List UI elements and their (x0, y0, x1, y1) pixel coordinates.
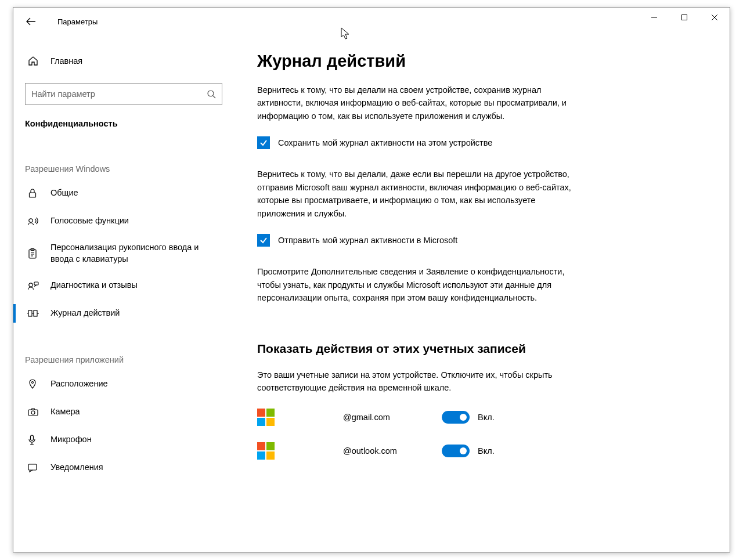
sidebar-item-label: Диагностика и отзывы (51, 280, 138, 291)
minimize-button[interactable] (639, 8, 669, 27)
sidebar-item-activity-history[interactable]: Журнал действий (13, 299, 234, 327)
settings-window: Параметры Главная (13, 7, 730, 552)
svg-point-1 (208, 91, 214, 96)
home-icon (27, 55, 40, 67)
checkbox-label: Отправить мой журнал активности в Micros… (278, 236, 457, 245)
account-toggle-wrap: Вкл. (442, 411, 495, 424)
sidebar-item-inking-typing[interactable]: Персонализация рукописного ввода и ввода… (13, 235, 234, 272)
sidebar-item-label: Расположение (51, 378, 108, 390)
body: Главная Найти параметр Конфиденциальност… (13, 35, 730, 552)
clipboard-icon (27, 248, 40, 259)
arrow-left-icon (26, 16, 36, 27)
svg-point-12 (31, 411, 35, 414)
close-icon (711, 14, 718, 21)
search-container: Найти параметр (25, 83, 222, 105)
sidebar-group-windows-permissions: Разрешения Windows (13, 136, 234, 179)
svg-rect-14 (28, 464, 37, 470)
description-3: Просмотрите Дополнительные сведения и За… (257, 265, 582, 304)
account-toggle[interactable] (442, 411, 470, 424)
svg-rect-8 (28, 310, 32, 316)
account-email: @gmail.com (343, 413, 442, 422)
checkbox-label: Сохранить мой журнал активности на этом … (278, 138, 492, 147)
svg-rect-9 (34, 310, 37, 316)
sidebar-item-label: Микрофон (51, 434, 92, 446)
sidebar-item-label: Журнал действий (51, 308, 120, 319)
sidebar-item-label: Персонализация рукописного ввода и ввода… (51, 242, 222, 265)
maximize-button[interactable] (669, 8, 699, 27)
location-icon (27, 378, 40, 390)
window-title: Параметры (57, 17, 98, 26)
svg-rect-0 (682, 15, 687, 20)
toggle-state-label: Вкл. (478, 446, 495, 456)
accounts-description: Это ваши учетные записи на этом устройст… (257, 368, 582, 395)
sidebar-item-label: Общие (51, 187, 78, 199)
back-button[interactable] (24, 15, 38, 28)
page-title: Журнал действий (257, 52, 706, 71)
sidebar-item-label: Голосовые функции (51, 215, 129, 227)
sidebar-item-speech[interactable]: Голосовые функции (13, 207, 234, 235)
microphone-icon (27, 434, 40, 446)
sidebar-item-general[interactable]: Общие (13, 179, 234, 207)
sidebar-home-label: Главная (51, 56, 82, 66)
microsoft-logo-icon (257, 409, 275, 426)
sidebar-category: Конфиденциальность (13, 115, 234, 136)
checkbox-send-to-microsoft[interactable]: Отправить мой журнал активности в Micros… (257, 234, 706, 247)
feedback-icon (27, 280, 40, 291)
notifications-icon (27, 463, 40, 473)
search-icon (207, 89, 216, 99)
speech-icon (27, 216, 40, 226)
lock-icon (27, 188, 40, 198)
account-row: @outlook.com Вкл. (257, 442, 706, 460)
sidebar-home[interactable]: Главная (13, 47, 234, 75)
window-controls (639, 8, 730, 27)
sidebar-group-app-permissions: Разрешения приложений (13, 327, 234, 370)
content-area: Журнал действий Вернитесь к тому, что вы… (234, 35, 730, 552)
account-toggle[interactable] (442, 445, 470, 457)
minimize-icon (651, 14, 658, 21)
checkbox-icon (257, 234, 270, 247)
sidebar-item-label: Уведомления (51, 462, 103, 474)
close-button[interactable] (699, 8, 730, 27)
sidebar-item-notifications[interactable]: Уведомления (13, 454, 234, 482)
svg-rect-7 (34, 282, 38, 285)
account-row: @gmail.com Вкл. (257, 409, 706, 426)
sidebar-item-location[interactable]: Расположение (13, 370, 234, 398)
checkbox-icon (257, 136, 270, 149)
maximize-icon (681, 14, 688, 21)
account-email: @outlook.com (343, 446, 442, 456)
titlebar: Параметры (13, 8, 730, 35)
microsoft-logo-icon (257, 442, 275, 460)
camera-icon (27, 407, 40, 417)
accounts-heading: Показать действия от этих учетных записе… (257, 342, 706, 356)
svg-rect-2 (30, 193, 36, 197)
description-2: Вернитесь к тому, что вы делали, даже ес… (257, 168, 582, 220)
toggle-state-label: Вкл. (478, 413, 495, 422)
account-toggle-wrap: Вкл. (442, 445, 495, 457)
svg-point-3 (29, 219, 33, 222)
sidebar-item-microphone[interactable]: Микрофон (13, 426, 234, 454)
sidebar-item-camera[interactable]: Камера (13, 398, 234, 426)
sidebar-item-label: Камера (51, 406, 80, 418)
sidebar: Главная Найти параметр Конфиденциальност… (13, 35, 234, 552)
search-placeholder: Найти параметр (31, 89, 95, 99)
svg-point-10 (32, 382, 34, 384)
svg-point-6 (29, 283, 33, 287)
sidebar-item-diagnostics[interactable]: Диагностика и отзывы (13, 272, 234, 299)
description-1: Вернитесь к тому, что вы делали на своем… (257, 84, 582, 122)
timeline-icon (27, 308, 40, 319)
search-input[interactable]: Найти параметр (25, 83, 222, 105)
checkbox-store-locally[interactable]: Сохранить мой журнал активности на этом … (257, 136, 706, 149)
svg-rect-13 (31, 435, 34, 440)
